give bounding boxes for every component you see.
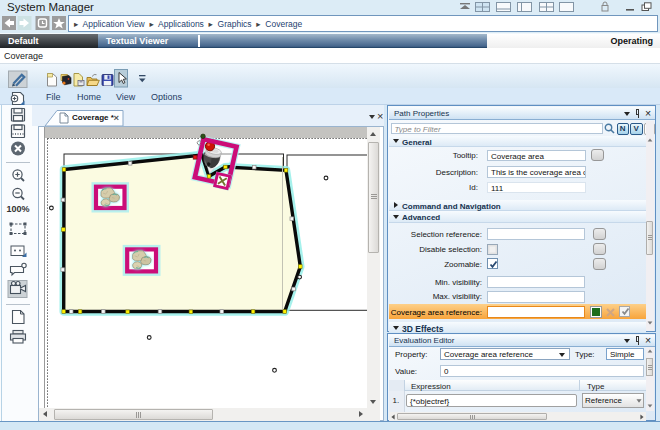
svg-text:100%: 100% xyxy=(6,204,29,214)
